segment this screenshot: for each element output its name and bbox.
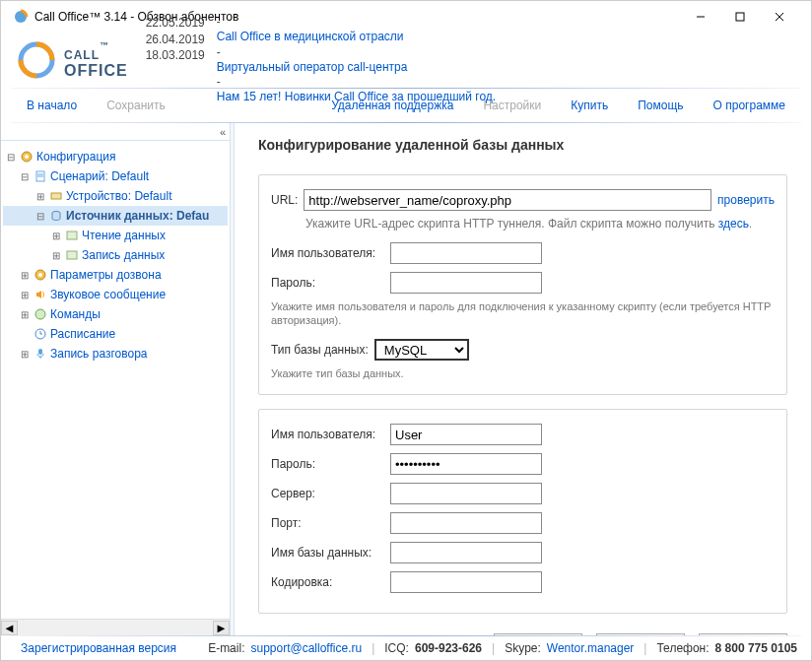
device-icon (48, 188, 64, 204)
news-date: 18.03.2019 (146, 47, 205, 64)
db-group: Имя пользователя: Пароль: Сервер: Порт: … (258, 409, 787, 614)
dbtype-select[interactable]: MySQL (374, 339, 469, 361)
content-pane: Конфигурирование удаленной базы данных U… (235, 123, 811, 635)
password-input[interactable] (390, 272, 542, 294)
tree-scenario[interactable]: ⊟Сценарий: Default (3, 166, 228, 186)
db-user-label: Имя пользователя: (271, 428, 384, 441)
url-hint: Укажите URL-адрес скрипта HTTP туннеля. … (271, 217, 775, 232)
url-hint-link[interactable]: здесь (718, 217, 749, 231)
chevron-left-icon: « (220, 126, 224, 138)
header: CALL™ OFFICE 22.05.2019 26.04.2019 18.03… (1, 33, 811, 88)
db-enc-label: Кодировка: (271, 575, 384, 589)
db-name-input[interactable] (390, 542, 542, 563)
tree-read[interactable]: ⊞Чтение данных (3, 226, 228, 245)
url-input[interactable] (304, 189, 711, 211)
app-window: Call Office™ 3.14 - Обзвон абонентов CAL… (0, 0, 812, 661)
email-link[interactable]: support@calloffice.ru (250, 641, 362, 655)
db-server-label: Сервер: (271, 487, 384, 500)
dbtype-label: Тип базы данных: (271, 343, 369, 357)
menubar: В начало Сохранить Удалённая поддержка Н… (1, 89, 811, 122)
maximize-button[interactable] (720, 3, 760, 31)
logo-text-1: CALL (64, 48, 100, 62)
auth-hint: Укажите имя пользователя и пароль для по… (271, 299, 775, 328)
svg-rect-14 (67, 251, 77, 259)
menu-about[interactable]: О программе (702, 99, 797, 112)
phone-value: 8 800 775 0105 (715, 641, 797, 655)
tree-device[interactable]: ⊞Устройство: Default (3, 186, 228, 206)
page-title: Конфигурирование удаленной базы данных (258, 137, 787, 153)
menu-help[interactable]: Помощь (626, 99, 695, 112)
url-check-link[interactable]: проверить (717, 193, 775, 207)
sidebar-scrollbar[interactable]: ◄ ► (1, 619, 230, 635)
skype-link[interactable]: Wentor.manager (547, 641, 635, 655)
db-server-input[interactable] (390, 483, 542, 504)
db-pass-input[interactable] (390, 453, 542, 475)
scroll-right-icon[interactable]: ► (213, 621, 230, 635)
menu-settings: Настройки (471, 99, 553, 112)
pass-label: Пароль: (271, 276, 384, 290)
svg-rect-13 (67, 231, 77, 239)
menu-buy[interactable]: Купить (559, 99, 620, 112)
db-user-input[interactable] (390, 424, 542, 445)
command-icon (33, 306, 48, 322)
menu-remote[interactable]: Удалённая поддержка (319, 99, 465, 112)
user-label: Имя пользователя: (271, 246, 384, 260)
database-icon (48, 208, 64, 224)
tree-dialparams[interactable]: ⊞Параметры дозвона (3, 265, 228, 285)
username-input[interactable] (390, 242, 542, 264)
news-date: 26.04.2019 (146, 32, 205, 48)
tree-record[interactable]: ⊞Запись разговора (3, 344, 228, 364)
news-link[interactable]: Виртуальный оператор call-центра (217, 59, 496, 76)
db-pass-label: Пароль: (271, 457, 384, 471)
config-tree: ⊟Конфигурация ⊟Сценарий: Default ⊞Устрой… (1, 141, 230, 619)
icq-value: 609-923-626 (415, 641, 482, 655)
svg-rect-21 (38, 349, 42, 355)
doc-icon (33, 168, 48, 184)
logo: CALL™ OFFICE (15, 38, 128, 82)
icq-label: ICQ: (384, 641, 409, 655)
tree-write[interactable]: ⊞Запись данных (3, 245, 228, 265)
app-icon (13, 9, 29, 25)
phone-label: Телефон: (656, 641, 709, 655)
tree-sound[interactable]: ⊞Звуковое сообщение (3, 285, 228, 304)
menu-save: Сохранить (95, 99, 177, 112)
db-port-label: Порт: (271, 516, 384, 530)
db-port-input[interactable] (390, 512, 542, 534)
logo-icon (15, 38, 58, 82)
tree-root[interactable]: ⊟Конфигурация (3, 147, 228, 166)
gear-icon (33, 267, 48, 283)
svg-rect-11 (51, 193, 61, 199)
scroll-left-icon[interactable]: ◄ (1, 621, 18, 635)
button-row: < Назад Ок Отмена (258, 628, 787, 635)
sidebar: « ⊟Конфигурация ⊟Сценарий: Default ⊞Устр… (1, 123, 230, 635)
svg-point-17 (35, 309, 45, 319)
minimize-button[interactable] (681, 3, 720, 31)
news-date: 22.05.2019 (146, 15, 205, 32)
tree-datasource[interactable]: ⊟Источник данных: Defau (3, 206, 228, 226)
svg-point-16 (38, 273, 42, 277)
tree-schedule[interactable]: Расписание (3, 324, 228, 344)
read-icon (64, 228, 80, 243)
dbtype-hint: Укажите тип базы данных. (271, 366, 775, 380)
sound-icon (33, 287, 48, 302)
logo-text-2: OFFICE (64, 63, 128, 79)
svg-point-7 (25, 155, 29, 159)
mic-icon (33, 346, 48, 362)
db-name-label: Имя базы данных: (271, 546, 384, 560)
close-button[interactable] (760, 3, 799, 31)
footer: Зарегистрированная версия E-mail: suppor… (1, 636, 811, 660)
registered-link[interactable]: Зарегистрированная версия (15, 641, 202, 655)
url-group: URL: проверить Укажите URL-адрес скрипта… (258, 174, 787, 395)
menu-start[interactable]: В начало (15, 99, 89, 112)
skype-label: Skype: (505, 641, 541, 655)
email-label: E-mail: (208, 641, 244, 655)
news-link[interactable]: Call Office в медицинской отрасли (217, 29, 496, 45)
db-enc-input[interactable] (390, 571, 542, 593)
url-label: URL: (271, 193, 298, 207)
tree-commands[interactable]: ⊞Команды (3, 304, 228, 324)
write-icon (64, 247, 80, 263)
svg-rect-2 (736, 13, 744, 21)
gear-icon (19, 149, 34, 165)
sidebar-collapse[interactable]: « (1, 123, 230, 141)
clock-icon (33, 326, 48, 342)
